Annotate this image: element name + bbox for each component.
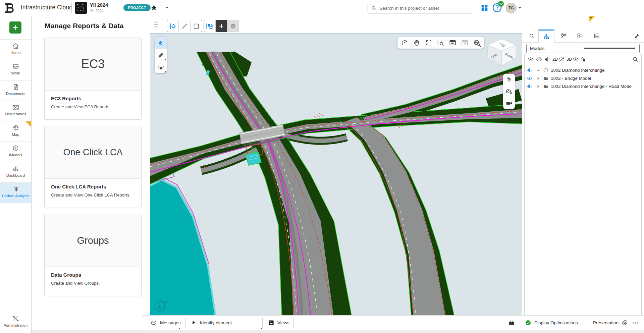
fit-view-tool[interactable] (424, 38, 434, 48)
more-options-button[interactable] (632, 316, 639, 330)
invert-visibility-icon[interactable] (544, 56, 551, 63)
chevron-down-icon[interactable] (536, 68, 540, 72)
partial-visibility-icon[interactable] (527, 67, 532, 73)
sidebar-item-imodels[interactable]: iModels (0, 142, 31, 162)
page-title: Manage Reports & Data (45, 22, 124, 30)
zoom-selection-tool[interactable] (436, 38, 446, 48)
swap-view-tool[interactable] (204, 20, 215, 32)
messages-button[interactable]: Messages (150, 316, 181, 330)
divider (185, 318, 186, 328)
card-description: Create and View EC3 Reports. (51, 104, 135, 109)
sidebar-item-documents[interactable]: Documents (0, 80, 31, 101)
check-circle-icon (525, 320, 531, 326)
walk-mode-tool[interactable] (503, 74, 515, 86)
app-title: Infrastructure Cloud (21, 4, 72, 11)
viewport-3d-scene[interactable] (150, 34, 522, 315)
project-menu-caret[interactable] (166, 7, 168, 9)
add-new-button[interactable] (9, 21, 21, 34)
draw-shape-tool[interactable] (190, 20, 202, 32)
partial-visibility-icon[interactable] (527, 84, 532, 89)
draw-line-tool[interactable] (178, 20, 190, 32)
project-name: YII 2024 (90, 2, 108, 8)
measure-tool[interactable] (155, 49, 167, 61)
report-card-ec3[interactable]: EC3EC3 ReportsCreate and View EC3 Report… (44, 38, 142, 120)
section-clip-tool[interactable] (155, 61, 167, 73)
sidebar-item-work[interactable]: Work (0, 60, 31, 80)
apps-grid-icon[interactable] (480, 4, 489, 12)
display-optimizations-status[interactable]: Display Optimizations (525, 316, 578, 330)
camera-animation-tool[interactable] (503, 97, 515, 109)
pin-panel-button[interactable] (631, 30, 642, 42)
card-logo: EC3 (45, 38, 141, 91)
favorite-star-icon[interactable] (150, 4, 158, 11)
views-label: Views (277, 320, 289, 325)
flyout-indicator (479, 45, 481, 47)
toolbar-drag-handle[interactable] (154, 21, 158, 28)
tools-tray-button[interactable] (508, 316, 515, 330)
messages-icon (150, 320, 157, 326)
presentation-mode-button[interactable]: Presentation (593, 316, 628, 330)
sidebar-item-deliverables[interactable]: Deliverables (0, 101, 31, 121)
hide-all-icon[interactable] (536, 56, 542, 63)
models-dropdown[interactable]: Models (526, 44, 640, 53)
cursor-icon (157, 39, 165, 47)
chevron-right-icon[interactable] (536, 84, 540, 89)
viewport-3d[interactable]: Top Left Front (150, 33, 522, 315)
chevron-down-icon (583, 48, 636, 49)
previous-view-tool[interactable] (448, 38, 458, 48)
sidebar-item-administration[interactable]: Administration (0, 312, 31, 332)
pan-tool[interactable] (412, 38, 422, 48)
saved-views-tool[interactable] (503, 86, 515, 97)
sidebar-item-dashboard[interactable]: Dashboard (0, 162, 31, 182)
3d-visible-icon[interactable] (572, 56, 579, 63)
carbon-icon: CO2 (12, 185, 19, 193)
sidebar-item-label: Documents (6, 92, 25, 96)
view-cube[interactable]: Top Left Front (486, 36, 518, 68)
sidebar-item-home[interactable]: Home (0, 39, 31, 60)
itwinjs-watermark: js (153, 299, 169, 314)
2d-hidden-icon[interactable] (558, 56, 565, 63)
sidebar-item-map[interactable]: Map (0, 121, 31, 142)
show-all-icon[interactable] (527, 56, 534, 63)
tab-3d-objects[interactable] (573, 30, 587, 42)
tree-row[interactable]: 1002 Diamond Interchange - Road Mode (525, 82, 641, 90)
orbit-tool[interactable] (400, 38, 410, 48)
identify-element-label: Identify element (200, 320, 232, 325)
report-card-one-click-lca[interactable]: One Click LCAOne Click LCA ReportsCreate… (44, 126, 142, 208)
project-thumbnail[interactable] (75, 2, 87, 14)
camera-pin-icon (505, 88, 513, 95)
tab-map-layers[interactable] (556, 30, 571, 42)
header-bar: Infrastructure Cloud YII 2024 YII 2024 P… (0, 0, 644, 16)
bentley-logo-icon[interactable] (4, 2, 17, 14)
views-button[interactable]: Views (268, 316, 289, 330)
video-camera-icon (505, 100, 513, 107)
select-tool[interactable] (155, 37, 167, 49)
sidebar-item-label: Deliverables (5, 112, 26, 116)
visibility-on-icon[interactable] (527, 75, 532, 81)
select-visible-icon[interactable] (581, 56, 587, 63)
remove-view-button[interactable] (227, 20, 239, 32)
add-view-button[interactable] (215, 20, 227, 32)
minus-circle-icon (230, 23, 236, 30)
next-view-tool[interactable] (460, 38, 470, 48)
report-card-groups[interactable]: GroupsData GroupsCreate and View Groups. (44, 214, 142, 296)
select-element-tool[interactable] (167, 20, 178, 32)
rectangle-icon (193, 22, 200, 30)
visibility-toolbar: 2D 3D (527, 56, 639, 63)
flyout-indicator (164, 59, 166, 60)
chevron-right-icon[interactable] (536, 76, 540, 80)
tree-row[interactable]: 1002 Diamond Interchange (525, 66, 641, 74)
avatar[interactable]: TG (506, 3, 517, 13)
flyout-indicator (178, 328, 180, 329)
tab-model-tree[interactable] (538, 30, 554, 43)
tab-search[interactable] (525, 30, 538, 42)
global-view-tool[interactable] (472, 38, 482, 48)
search-input[interactable] (379, 5, 473, 11)
tree-search-icon[interactable] (632, 56, 639, 63)
right-panel: Models 2D 3D (522, 16, 644, 330)
avatar-menu-caret[interactable] (519, 7, 521, 9)
tab-imagery[interactable] (589, 30, 605, 42)
tree-row[interactable]: 1002 - Bridge Model (525, 74, 641, 82)
identify-element-button[interactable]: Identify element (191, 316, 262, 330)
sidebar-item-carbon-analysis[interactable]: CO2Carbon Analysis (0, 182, 31, 203)
